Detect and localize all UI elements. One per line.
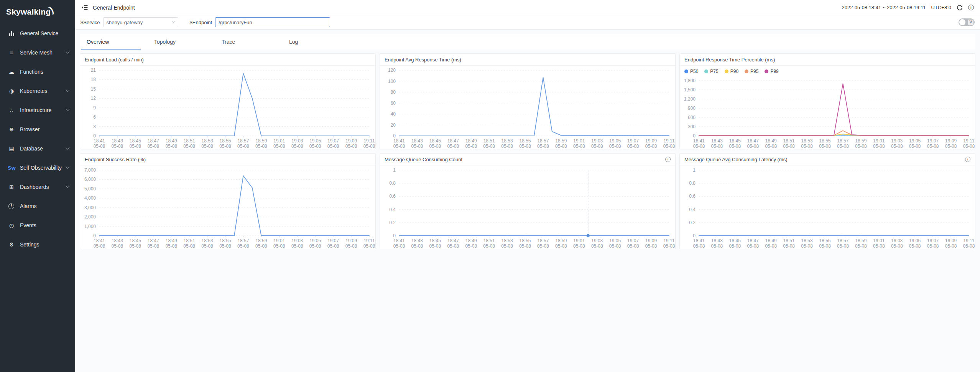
legend-item-p99[interactable]: P99 (765, 69, 778, 74)
svg-text:12: 12 (91, 96, 96, 101)
svg-text:18:51: 18:51 (783, 238, 795, 243)
svg-text:19:05: 19:05 (309, 138, 321, 144)
svg-text:19:11: 19:11 (363, 138, 375, 144)
svg-text:19:05: 19:05 (909, 238, 921, 243)
app-root: Skywalking) General Service ≡Service Mes… (0, 0, 980, 372)
svg-text:18:41: 18:41 (94, 138, 105, 144)
panel-endpoint-success-rate: Endpoint Success Rate (%)i 01,0002,0003,… (80, 153, 376, 249)
svg-text:18:45: 18:45 (429, 238, 441, 243)
sidebar-item-database[interactable]: ▤Database (0, 139, 75, 158)
legend-item-p95[interactable]: P95 (745, 69, 758, 74)
svg-text:19:01: 19:01 (573, 138, 585, 144)
svg-text:60: 60 (391, 101, 396, 106)
svg-text:18:43: 18:43 (411, 238, 423, 243)
tab-trace[interactable]: Trace (216, 34, 284, 50)
sidebar-item-general-service[interactable]: General Service (0, 24, 75, 43)
svg-text:40: 40 (391, 111, 396, 117)
panel-info-icon[interactable]: i (965, 157, 970, 162)
legend-item-p50[interactable]: P50 (684, 69, 698, 74)
panel-info-icon[interactable]: i (665, 157, 671, 162)
sidebar-item-browser[interactable]: ⊕Browser (0, 120, 75, 139)
sidebar-item-alarms[interactable]: !Alarms (0, 197, 75, 216)
svg-text:0: 0 (393, 233, 396, 238)
svg-text:300: 300 (688, 124, 696, 129)
sidebar-item-kubernetes[interactable]: ◑Kubernetes (0, 81, 75, 101)
endpoint-load-chart[interactable]: 03691215182118:4105-0818:4305-0818:4505-… (80, 66, 375, 149)
svg-text:19:03: 19:03 (291, 138, 303, 144)
svg-text:1,200: 1,200 (684, 96, 696, 102)
service-select[interactable]: shenyu-gateway (103, 17, 178, 27)
svg-text:05-08: 05-08 (327, 144, 339, 149)
svg-text:05-08: 05-08 (411, 144, 423, 149)
grid-plus-icon: ⊞ (8, 184, 15, 190)
panel-title: Endpoint Success Rate (%) (85, 157, 146, 162)
endpoint-avg-response-time-chart[interactable]: 02040608010012018:4105-0818:4305-0818:45… (380, 66, 675, 149)
svg-text:0.8: 0.8 (689, 180, 696, 186)
panel-title: Message Queue Avg Consuming Latency (ms) (684, 157, 788, 162)
sidebar-item-functions[interactable]: ☁Functions (0, 62, 75, 81)
dashboard-tabs: Overview Topology Trace Log (80, 34, 975, 50)
svg-text:19:09: 19:09 (345, 138, 357, 144)
endpoint-response-time-percentile-chart[interactable]: 03006009001,2001,5001,80018:4105-0818:43… (680, 76, 975, 149)
sidebar-item-events[interactable]: ◷Events (0, 216, 75, 235)
svg-text:18:59: 18:59 (855, 138, 867, 144)
svg-text:05-08: 05-08 (165, 144, 177, 149)
svg-text:05-08: 05-08 (94, 243, 105, 249)
svg-text:18:47: 18:47 (148, 238, 159, 243)
sidebar-item-service-mesh[interactable]: ≡Service Mesh (0, 43, 75, 62)
sidebar-item-settings[interactable]: ⚙Settings (0, 235, 75, 254)
svg-text:18:49: 18:49 (166, 138, 177, 144)
sidebar-item-self-observability[interactable]: SwSelf Observability (0, 158, 75, 177)
svg-text:05-08: 05-08 (801, 144, 813, 149)
svg-text:18:47: 18:47 (447, 238, 459, 243)
svg-text:05-08: 05-08 (627, 144, 639, 149)
svg-text:18:57: 18:57 (837, 238, 848, 243)
svg-text:18:47: 18:47 (447, 138, 459, 144)
view-mode-toggle[interactable]: V (959, 18, 975, 26)
message-queue-avg-consuming-latency-chart[interactable]: 00.20.40.60.8118:4105-0818:4305-0818:450… (680, 165, 975, 249)
svg-text:05-08: 05-08 (483, 144, 495, 149)
svg-text:18:59: 18:59 (255, 138, 267, 144)
panel-title: Endpoint Avg Response Time (ms) (385, 57, 461, 63)
svg-text:05-08: 05-08 (519, 144, 531, 149)
tab-topology[interactable]: Topology (149, 34, 216, 50)
sidebar-item-dashboards[interactable]: ⊞Dashboards (0, 177, 75, 197)
svg-text:18:41: 18:41 (693, 138, 705, 144)
alert-circle-icon: ! (8, 203, 14, 209)
svg-text:05-08: 05-08 (873, 243, 885, 249)
svg-text:18:55: 18:55 (520, 138, 531, 144)
legend-item-p75[interactable]: P75 (704, 69, 718, 74)
svg-text:6: 6 (93, 114, 96, 120)
menu-fold-icon[interactable] (81, 4, 88, 11)
timezone-selector[interactable]: UTC+8:0 (931, 5, 951, 10)
endpoint-input[interactable] (215, 17, 330, 27)
tab-overview[interactable]: Overview (81, 34, 149, 50)
svg-text:19:07: 19:07 (327, 238, 339, 243)
svg-text:18:45: 18:45 (729, 138, 741, 144)
panel-endpoint-avg-response-time: Endpoint Avg Response Time (ms)i 0204060… (380, 53, 676, 149)
endpoint-success-rate-chart[interactable]: 01,0002,0003,0004,0005,0006,0007,00018:4… (80, 165, 375, 249)
time-range-picker[interactable]: 2022-05-08 18:41 ~ 2022-05-08 19:11 (842, 5, 926, 10)
tab-log[interactable]: Log (284, 34, 351, 50)
svg-text:0: 0 (93, 233, 96, 238)
svg-text:05-08: 05-08 (447, 144, 459, 149)
refresh-icon[interactable] (957, 5, 963, 11)
svg-text:05-08: 05-08 (345, 243, 357, 249)
clock-gauge-icon: ◷ (8, 222, 15, 228)
svg-text:18:43: 18:43 (411, 138, 423, 144)
sidebar-item-infrastructure[interactable]: ∴Infrastructure (0, 101, 75, 120)
svg-text:80: 80 (391, 89, 396, 95)
svg-text:18:43: 18:43 (711, 138, 723, 144)
svg-text:20: 20 (391, 122, 396, 128)
svg-text:05-08: 05-08 (309, 243, 321, 249)
svg-text:18:47: 18:47 (148, 138, 159, 144)
svg-text:18:51: 18:51 (184, 138, 195, 144)
svg-text:05-08: 05-08 (309, 144, 321, 149)
legend-item-p90[interactable]: P90 (725, 69, 738, 74)
info-icon[interactable]: i (968, 5, 974, 10)
svg-text:0.8: 0.8 (389, 180, 396, 186)
svg-text:9: 9 (93, 105, 96, 111)
message-queue-consuming-count-chart[interactable]: 00.20.40.60.8118:4105-0818:4305-0818:450… (380, 165, 675, 249)
svg-text:05-08: 05-08 (112, 243, 123, 249)
svg-text:18:51: 18:51 (184, 238, 195, 243)
